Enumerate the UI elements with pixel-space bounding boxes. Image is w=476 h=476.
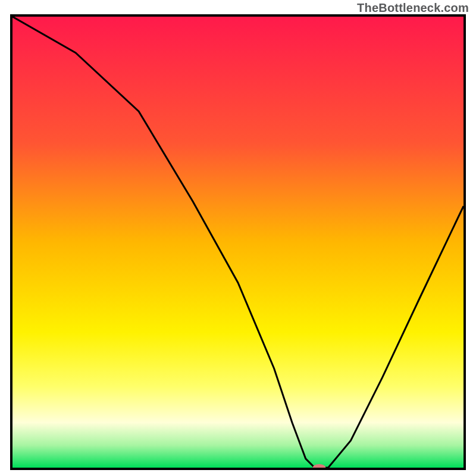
chart-background (12, 17, 464, 468)
watermark-text: TheBottleneck.com (357, 1, 469, 15)
chart-svg (12, 17, 464, 468)
chart-frame (10, 14, 466, 470)
